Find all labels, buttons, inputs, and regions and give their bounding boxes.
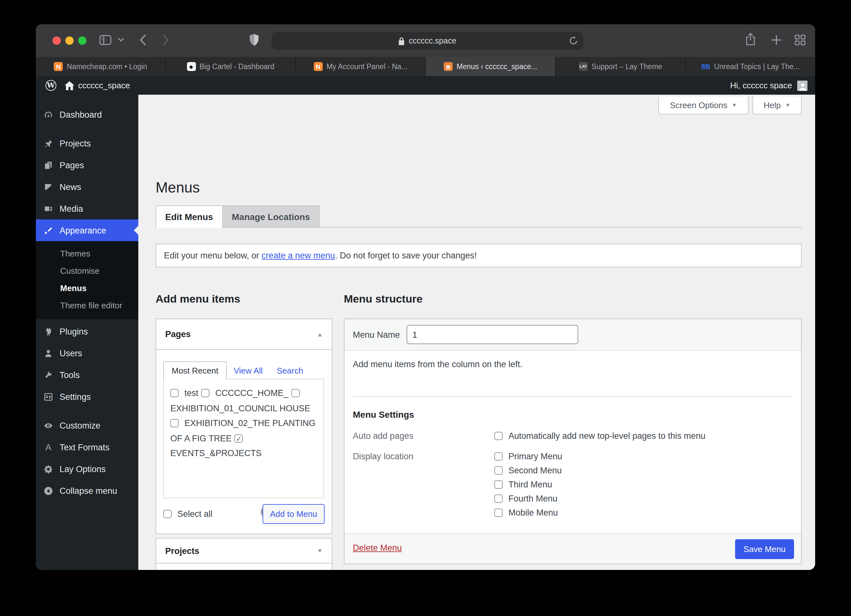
empty-menu-hint: Add menu items from the column on the le… (353, 360, 523, 369)
select-all-checkbox[interactable]: Select all (163, 509, 213, 519)
checkbox[interactable] (291, 389, 299, 397)
privacy-shield-icon[interactable] (249, 33, 259, 47)
location-second-checkbox[interactable]: Second Menu (494, 466, 562, 475)
divider (353, 396, 793, 397)
sidebar-item-tools[interactable]: Tools (36, 364, 138, 386)
page-checkbox-item[interactable]: CCCCCC_HOME_ (201, 388, 288, 398)
sidebar-item-dashboard[interactable]: Dashboard (36, 103, 138, 125)
close-window-button[interactable] (53, 36, 61, 45)
tab-overview-icon[interactable] (795, 34, 806, 45)
accordion-custom-links[interactable]: Custom Links▼ (156, 564, 332, 570)
sidebar-item-plugins[interactable]: Plugins (36, 321, 138, 342)
sidebar-item-pages[interactable]: Pages (36, 154, 138, 176)
address-text: cccccc.space (409, 36, 457, 45)
menu-name-input[interactable] (407, 325, 578, 344)
chevron-down-icon[interactable] (118, 38, 124, 42)
media-icon (44, 204, 53, 213)
screen-options-button[interactable]: Screen Options▼ (658, 97, 749, 114)
tab-menus-active[interactable]: ▦ Menus ‹ cccccc_space... (426, 57, 556, 76)
tab-lay-theme-support[interactable]: LAY Support – Lay Theme (556, 57, 686, 76)
sidebar-item-projects[interactable]: Projects (36, 132, 138, 154)
pages-panel-header[interactable]: Pages ▲ (156, 319, 332, 350)
tab-edit-menus[interactable]: Edit Menus (156, 205, 223, 228)
customize-icon (44, 421, 53, 430)
namecheap-icon: N (313, 62, 322, 71)
tab-search[interactable]: Search (270, 361, 310, 379)
zoom-window-button[interactable] (78, 36, 86, 45)
admin-bar-greeting[interactable]: Hi, cccccc space (730, 81, 792, 90)
tab-unread-topics[interactable]: 8B Unread Topics | Lay The... (686, 57, 815, 76)
back-icon[interactable] (140, 34, 147, 46)
menu-name-row: Menu Name (344, 319, 801, 351)
sidebar-item-customize[interactable]: Customize (36, 415, 138, 436)
submenu-item-theme-file-editor[interactable]: Theme file editor (36, 297, 138, 314)
checkbox[interactable] (170, 389, 179, 397)
plugins-icon (44, 327, 53, 336)
new-tab-icon[interactable] (771, 34, 782, 45)
tab-big-cartel[interactable]: ◆ Big Cartel - Dashboard (166, 57, 296, 76)
location-primary-checkbox[interactable]: Primary Menu (494, 452, 562, 461)
news-icon (44, 182, 53, 192)
wordpress-logo[interactable]: W (45, 80, 56, 91)
reload-icon[interactable] (569, 36, 577, 45)
page-checklist: test CCCCCC_HOME_ EXHIBITION_01_COUNCIL … (163, 379, 324, 498)
tab-most-recent[interactable]: Most Recent (163, 361, 227, 380)
sidebar-item-lay-options[interactable]: Lay Options (36, 458, 138, 480)
big-cartel-icon: ◆ (186, 62, 195, 71)
create-new-menu-link[interactable]: create a new menu (262, 251, 335, 260)
page-title: Menus (156, 179, 200, 196)
collapse-triangle-icon[interactable]: ▲ (317, 331, 323, 337)
lay-options-icon (44, 464, 53, 474)
address-bar[interactable]: cccccc.space (272, 32, 583, 50)
namecheap-icon: N (54, 62, 63, 71)
pages-panel-tabs: Most Recent View All Search (163, 361, 310, 379)
tab-namecheap-login[interactable]: N Namecheap.com • Login (36, 57, 166, 76)
location-fourth-checkbox[interactable]: Fourth Menu (494, 494, 558, 504)
share-icon[interactable] (745, 33, 756, 46)
pages-panel: Pages ▲ Most Recent View All Search test… (156, 319, 332, 534)
minimize-window-button[interactable] (65, 36, 74, 45)
home-icon[interactable] (65, 81, 74, 90)
sidebar-item-news[interactable]: News (36, 176, 138, 198)
help-button[interactable]: Help▼ (752, 97, 802, 114)
checkbox[interactable] (170, 419, 179, 427)
auto-add-pages-checkbox[interactable]: Automatically add new top-level pages to… (494, 431, 705, 441)
delete-menu-link[interactable]: Delete Menu (353, 543, 402, 553)
menu-structure-panel: Menu Name Add menu items from the column… (344, 319, 802, 564)
save-menu-button[interactable]: Save Menu (735, 539, 794, 559)
accordion-stack: Projects▼ Custom Links▼ Categories▼ News… (156, 538, 332, 570)
site-favicon-icon: ▦ (444, 62, 453, 71)
sidebar-item-collapse-menu[interactable]: Collapse menu (36, 480, 138, 502)
tab-view-all[interactable]: View All (227, 361, 270, 379)
admin-sidebar: Dashboard Projects Pages News Media Ap (36, 95, 138, 570)
pages-icon (44, 160, 53, 170)
sidebar-item-media[interactable]: Media (36, 198, 138, 219)
sidebar-item-settings[interactable]: Settings (36, 386, 138, 408)
menu-name-label: Menu Name (353, 330, 407, 339)
tab-account-panel[interactable]: N My Account Panel - Na... (296, 57, 426, 76)
sidebar-item-appearance[interactable]: Appearance (36, 219, 138, 241)
dropdown-arrow-icon: ▼ (732, 102, 737, 108)
dropdown-arrow-icon: ▼ (785, 102, 791, 108)
avatar[interactable] (797, 80, 807, 90)
sidebar-item-text-formats[interactable]: A Text Formats (36, 436, 138, 458)
checkbox[interactable] (235, 434, 243, 442)
submenu-item-menus[interactable]: Menus (36, 280, 138, 297)
page-checkbox-item[interactable]: test (170, 388, 198, 398)
add-to-menu-button[interactable]: Add to Menu (263, 504, 325, 524)
location-third-checkbox[interactable]: Third Menu (494, 480, 552, 489)
submenu-item-customise[interactable]: Customise (36, 262, 138, 280)
checkbox[interactable] (201, 389, 209, 397)
menus-tab-bar: Edit Menus Manage Locations (156, 206, 802, 228)
submenu-item-themes[interactable]: Themes (36, 245, 138, 262)
accordion-projects[interactable]: Projects▼ (156, 539, 332, 564)
location-mobile-checkbox[interactable]: Mobile Menu (494, 508, 558, 517)
dashboard-icon (44, 110, 53, 119)
forward-icon[interactable] (162, 34, 169, 46)
admin-bar-site-name[interactable]: cccccc_space (78, 81, 130, 90)
tab-manage-locations[interactable]: Manage Locations (222, 205, 320, 228)
sidebar-item-users[interactable]: Users (36, 342, 138, 364)
sidebar-toggle-icon[interactable] (99, 34, 111, 45)
menu-structure-heading: Menu structure (344, 293, 422, 306)
pages-panel-footer: Select all Add to Menu (156, 497, 332, 534)
